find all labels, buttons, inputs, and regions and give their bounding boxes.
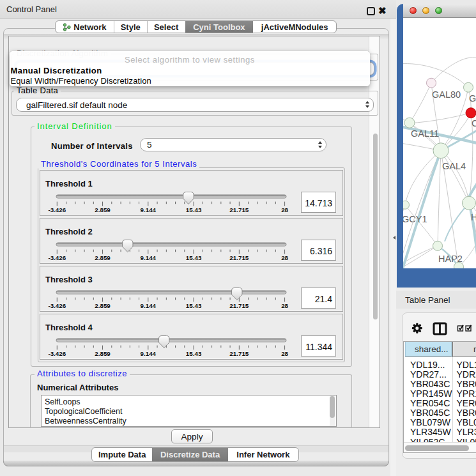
svg-text:15.43: 15.43 (186, 350, 202, 357)
svg-text:GAL11: GAL11 (411, 128, 439, 138)
svg-text:28: 28 (281, 350, 288, 357)
svg-text:GAL4: GAL4 (442, 161, 466, 171)
svg-text:21.715: 21.715 (229, 254, 249, 261)
svg-text:9.144: 9.144 (141, 206, 157, 213)
svg-text:9.144: 9.144 (141, 350, 157, 357)
svg-text:GA: GA (469, 93, 476, 103)
svg-text:28: 28 (281, 206, 288, 213)
svg-text:-3.426: -3.426 (48, 302, 66, 309)
svg-text:15.43: 15.43 (186, 254, 202, 261)
svg-text:GAL80: GAL80 (432, 89, 461, 99)
svg-text:21.715: 21.715 (229, 206, 249, 213)
svg-text:HAP2: HAP2 (438, 253, 463, 263)
svg-text:2.859: 2.859 (95, 350, 111, 357)
svg-text:HA: HA (471, 211, 476, 222)
svg-text:28: 28 (281, 302, 288, 309)
svg-text:2.859: 2.859 (95, 302, 111, 309)
svg-text:21.715: 21.715 (229, 302, 249, 309)
svg-text:9.144: 9.144 (141, 254, 157, 261)
svg-text:15.43: 15.43 (186, 206, 202, 213)
svg-text:28: 28 (281, 254, 288, 261)
svg-text:CD: CD (472, 118, 476, 128)
svg-text:-3.426: -3.426 (48, 350, 66, 357)
svg-text:-3.426: -3.426 (48, 206, 66, 213)
svg-text:2.859: 2.859 (95, 206, 111, 213)
svg-text:-3.426: -3.426 (48, 254, 66, 261)
svg-text:9.144: 9.144 (141, 302, 157, 309)
svg-text:21.715: 21.715 (229, 350, 249, 357)
svg-text:15.43: 15.43 (186, 302, 202, 309)
svg-text:2.859: 2.859 (95, 254, 111, 261)
svg-text:GCY1: GCY1 (403, 213, 427, 224)
